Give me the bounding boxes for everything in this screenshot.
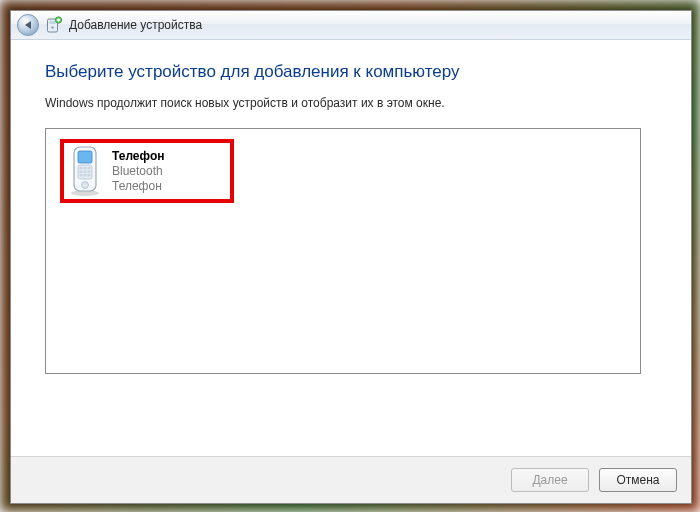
device-labels: Телефон Bluetooth Телефон xyxy=(112,149,164,194)
titlebar: Добавление устройства xyxy=(11,11,691,40)
svg-rect-17 xyxy=(84,174,87,176)
phone-icon xyxy=(68,145,102,197)
device-category: Телефон xyxy=(112,179,164,194)
device-list[interactable]: Телефон Bluetooth Телефон xyxy=(45,128,641,374)
page-heading: Выберите устройство для добавления к ком… xyxy=(45,62,657,82)
page-subtext: Windows продолжит поиск новых устройств … xyxy=(45,96,657,110)
back-button[interactable] xyxy=(17,14,39,36)
cancel-button[interactable]: Отмена xyxy=(599,468,677,492)
add-device-wizard-window: Добавление устройства Выберите устройств… xyxy=(10,10,692,504)
svg-rect-1 xyxy=(50,21,56,24)
svg-rect-18 xyxy=(88,174,91,176)
next-button-label: Далее xyxy=(532,473,567,487)
svg-rect-14 xyxy=(84,171,87,173)
device-connection-type: Bluetooth xyxy=(112,164,164,179)
add-device-icon xyxy=(45,16,63,34)
svg-rect-8 xyxy=(78,151,92,163)
window-title: Добавление устройства xyxy=(69,18,202,32)
svg-rect-16 xyxy=(80,174,83,176)
device-name: Телефон xyxy=(112,149,164,164)
svg-point-19 xyxy=(82,182,89,189)
device-item-phone[interactable]: Телефон Bluetooth Телефон xyxy=(60,139,234,203)
cancel-button-label: Отмена xyxy=(616,473,659,487)
wizard-footer: Далее Отмена xyxy=(11,456,691,503)
svg-rect-12 xyxy=(88,167,91,169)
wizard-content: Выберите устройство для добавления к ком… xyxy=(11,40,691,456)
back-arrow-icon xyxy=(25,21,31,29)
svg-rect-11 xyxy=(84,167,87,169)
svg-rect-13 xyxy=(80,171,83,173)
next-button: Далее xyxy=(511,468,589,492)
svg-point-2 xyxy=(51,26,54,29)
svg-rect-10 xyxy=(80,167,83,169)
svg-rect-5 xyxy=(57,19,60,20)
svg-rect-15 xyxy=(88,171,91,173)
